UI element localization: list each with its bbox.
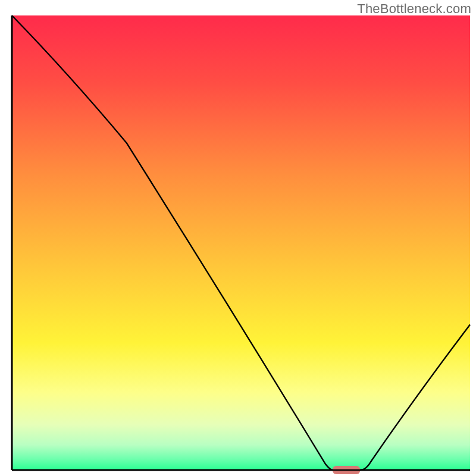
gradient-background <box>12 15 470 470</box>
watermark-text: TheBottleneck.com <box>357 1 471 17</box>
bottleneck-chart <box>0 0 476 476</box>
